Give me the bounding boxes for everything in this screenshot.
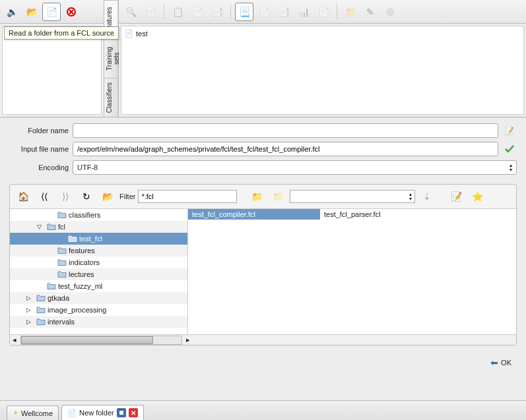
tooltip: Read a folder from a FCL source — [4, 26, 119, 40]
tree-label: features — [69, 247, 95, 255]
tab-new-folder-label: New folder — [79, 409, 114, 417]
tb-icon-11: 📁 — [341, 3, 360, 21]
ok-arrow-icon: ⬅ — [490, 357, 498, 368]
tab-training-sets[interactable]: Training sets — [104, 39, 118, 78]
tree-scrollbar[interactable]: ◂ ▸ — [10, 334, 516, 345]
location-combo[interactable]: ▴▾ — [290, 190, 415, 203]
folder-icon — [57, 247, 67, 255]
star-icon[interactable]: ⭐ — [468, 187, 486, 206]
tree-label: image_processing — [48, 306, 106, 314]
folder-icon — [57, 270, 67, 278]
expand-icon[interactable]: ▽ — [37, 224, 45, 230]
tab-minimize-icon[interactable] — [117, 408, 126, 417]
document-icon: 📄 — [124, 29, 133, 38]
tree-label: lectures — [69, 270, 94, 278]
tree-row-lectures[interactable]: lectures — [10, 268, 187, 280]
star-icon: ✦ — [13, 409, 18, 417]
tree-label: fcl — [58, 223, 65, 231]
tree-row-indicators[interactable]: indicators — [10, 256, 187, 268]
file-test_fcl_compiler.fcl[interactable]: test_fcl_compiler.fcl — [188, 209, 320, 220]
tree-label: test_fuzzy_ml — [58, 282, 102, 290]
folder-icon — [57, 258, 67, 266]
back-icon[interactable]: ⟨⟨ — [35, 187, 53, 206]
ok-button[interactable]: ⬅ OK — [488, 356, 514, 369]
tree-label: indicators — [69, 258, 100, 266]
folder-name-label: Folder name — [9, 127, 69, 135]
tree-row-intervals[interactable]: ▷intervals — [10, 316, 187, 328]
folder-tree[interactable]: classifiers▽fcltest_fclfeaturesindicator… — [10, 209, 188, 334]
new-folder-icon[interactable]: 📁 — [247, 187, 266, 206]
tab-close-icon[interactable]: ✕ — [129, 408, 138, 417]
input-file-input[interactable] — [73, 142, 498, 156]
filter-input[interactable] — [138, 190, 237, 203]
tree-label: gtkada — [48, 294, 69, 302]
open-folder-icon[interactable]: 📂 — [22, 3, 41, 21]
tree-row-gtkada[interactable]: ▷gtkada — [10, 292, 187, 304]
tree-row-classifiers[interactable]: classifiers — [10, 209, 187, 221]
tb-icon-5: 📑 — [208, 3, 226, 21]
main-content: 📄 test — [121, 26, 524, 115]
tb-close-icon — [381, 3, 399, 21]
tree-row-features[interactable]: features — [10, 245, 187, 256]
bookmark-icon: ⇣ — [418, 187, 436, 206]
folder-icon-2: 📁 — [269, 187, 287, 206]
tb-icon-1: 🔍 — [121, 3, 140, 21]
bottom-tabs: ✦ Wellcome 📄 New folder ✕ — [0, 400, 526, 420]
tree-row-test_fcl[interactable]: test_fcl — [10, 233, 187, 245]
tb-icon-2: 📄 — [141, 3, 160, 21]
file-list[interactable]: test_fcl_compiler.fcltest_fcl_parser.fcl — [188, 209, 516, 334]
speaker-icon[interactable]: 🔈 — [3, 3, 21, 21]
cancel-icon[interactable] — [62, 3, 81, 21]
refresh-icon[interactable]: ↻ — [77, 187, 96, 206]
encoding-value: UTF-8 — [77, 164, 98, 171]
edit-folder-icon[interactable]: 📝 — [502, 123, 517, 138]
folder-icon — [36, 306, 46, 314]
tree-row-image_processing[interactable]: ▷image_processing — [10, 304, 187, 316]
edit-icon[interactable]: 📝 — [447, 187, 465, 206]
expand-icon[interactable]: ▷ — [26, 307, 34, 313]
file-test_fcl_parser.fcl[interactable]: test_fcl_parser.fcl — [320, 209, 452, 220]
tb-icon-7: 📄 — [255, 3, 273, 21]
expand-icon[interactable]: ▷ — [26, 295, 34, 301]
tb-icon-10: 📄 — [314, 3, 333, 21]
tree-label: test_fcl — [79, 235, 102, 243]
scroll-left-icon[interactable]: ◂ — [10, 336, 19, 344]
tab-new-folder[interactable]: 📄 New folder ✕ — [61, 405, 144, 420]
folder-icon — [36, 318, 46, 326]
folder-name-input[interactable] — [73, 123, 498, 138]
tb-icon-8: 📑 — [275, 3, 293, 21]
scroll-right-icon[interactable]: ▸ — [183, 336, 193, 344]
expand-icon[interactable]: ▷ — [26, 318, 34, 325]
test-item-label: test — [136, 30, 148, 38]
folder-icon — [57, 211, 67, 219]
tb-icon-3: 📋 — [168, 3, 187, 21]
ok-label: OK — [501, 359, 511, 367]
folder-icon — [47, 223, 56, 231]
tab-classifiers[interactable]: Classifiers — [104, 78, 118, 117]
tree-label: intervals — [48, 318, 75, 326]
input-file-label: Input file name — [9, 145, 69, 153]
tab-wellcome[interactable]: ✦ Wellcome — [7, 405, 59, 420]
tree-row-test_fuzzy_ml[interactable]: test_fuzzy_ml — [10, 280, 187, 292]
filter-label: Filter — [119, 193, 135, 200]
tree-row-fcl[interactable]: ▽fcl — [10, 221, 187, 233]
test-item[interactable]: 📄 test — [124, 29, 148, 38]
encoding-label: Encoding — [9, 164, 69, 171]
tab-wellcome-label: Wellcome — [21, 409, 53, 417]
folder-icon — [47, 282, 56, 290]
read-fcl-folder-button[interactable]: 📄 — [42, 3, 61, 21]
folder-icon — [36, 294, 46, 302]
encoding-select[interactable]: UTF-8 ▴▾ — [73, 160, 517, 175]
folder-icon — [68, 235, 77, 243]
home-icon[interactable]: 🏠 — [14, 187, 32, 206]
tb-icon-6[interactable]: 📃 — [235, 3, 253, 21]
document-icon: 📄 — [67, 409, 77, 417]
folder-up-icon[interactable]: 📂 — [98, 187, 117, 206]
tb-icon-12: ✎ — [361, 3, 379, 21]
accept-file-icon[interactable] — [502, 142, 517, 156]
select-arrows-icon: ▴▾ — [510, 163, 512, 172]
vertical-tabs: Features Training sets Classifiers — [104, 0, 119, 117]
forward-icon: ⟩⟩ — [56, 187, 75, 206]
tree-label: classifiers — [69, 211, 100, 219]
tb-icon-4: 📄 — [188, 3, 207, 21]
